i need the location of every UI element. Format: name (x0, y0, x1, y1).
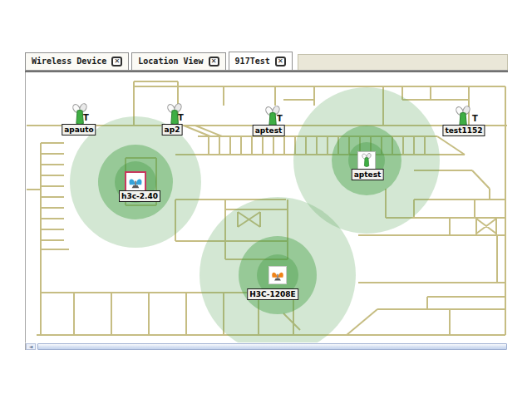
scroll-thumb[interactable] (37, 343, 507, 350)
tab-wireless-device[interactable]: Wireless Device ✕ (25, 52, 129, 70)
tab-location-view[interactable]: Location View ✕ (131, 52, 225, 70)
ap-coverage-icon[interactable] (357, 151, 376, 170)
location-view-window: Wireless Device ✕ Location View ✕ 917Tes… (25, 52, 508, 350)
tab-close-icon[interactable]: ✕ (209, 57, 219, 66)
tab-filler-strip (298, 54, 508, 70)
antenna-t-mark: T (83, 114, 89, 122)
antenna-t-mark: T (178, 114, 184, 122)
ap-antenna-icon (127, 174, 144, 190)
device-label: ap2 (162, 124, 183, 135)
device-label: H3C-1208E (247, 288, 298, 300)
ap-antenna-icon (270, 268, 285, 283)
tab-bar: Wireless Device ✕ Location View ✕ 917Tes… (25, 52, 508, 70)
tab-close-icon[interactable]: ✕ (111, 57, 122, 66)
horizontal-scrollbar[interactable]: ◄ (25, 342, 507, 350)
antenna-t-mark: T (472, 115, 478, 123)
device-label: test1152 (442, 125, 485, 136)
ap-sprout-icon (359, 153, 374, 168)
antenna-t-mark: T (277, 115, 283, 123)
tab-917test[interactable]: 917Test ✕ (229, 52, 293, 70)
device-label: apauto (62, 124, 96, 135)
device-label: h3c-2.40 (119, 190, 160, 202)
tab-label: Wireless Device (32, 57, 106, 66)
tab-label: Location View (138, 57, 203, 66)
device-label: aptest (352, 169, 384, 180)
device-label: aptest (253, 125, 285, 136)
map-canvas[interactable]: h3c-2.40aptestH3C-1208ETapautoTap2Taptes… (25, 72, 508, 342)
tab-label: 917Test (235, 57, 270, 66)
tab-close-icon[interactable]: ✕ (275, 57, 286, 66)
scroll-left-button[interactable]: ◄ (26, 343, 36, 350)
ap-coverage-icon[interactable] (268, 266, 287, 284)
